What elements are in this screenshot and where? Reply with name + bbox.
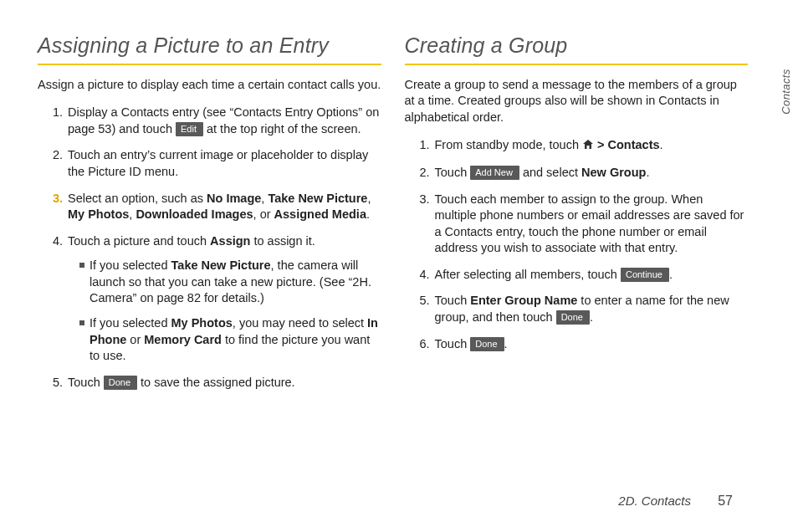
- done-button-label: Done: [470, 337, 504, 351]
- two-column-layout: Assigning a Picture to an Entry Assign a…: [38, 32, 748, 401]
- step-text: .: [366, 207, 370, 221]
- step-text: Touch: [68, 376, 104, 389]
- step-number: 4.: [53, 233, 63, 250]
- step-text: .: [646, 166, 649, 179]
- step-text: After selecting all members, touch: [435, 268, 621, 281]
- step-text: Touch a picture and touch: [68, 234, 210, 248]
- page-number: 57: [718, 494, 733, 508]
- step-text: to assign it.: [250, 234, 315, 248]
- sep: , or: [253, 207, 274, 221]
- step-item: 5. Touch Done to save the assigned pictu…: [53, 375, 381, 391]
- option-my-photos: My Photos: [68, 207, 129, 221]
- done-button-label: Done: [556, 310, 590, 325]
- step-number: 2.: [53, 147, 63, 164]
- intro-paragraph: Create a group to send a message to the …: [405, 77, 749, 126]
- sub-item: If you selected Take New Picture, the ca…: [79, 258, 381, 307]
- sub-text: If you selected: [90, 316, 171, 330]
- step-number: 4.: [420, 267, 430, 284]
- assign-label: Assign: [210, 234, 250, 248]
- section-side-tab: Contacts: [773, 45, 798, 137]
- sub-list: If you selected Take New Picture, the ca…: [68, 258, 381, 364]
- step-item: 3. Select an option, such as No Image, T…: [53, 191, 381, 223]
- step-text: .: [504, 337, 508, 350]
- steps-list: 1. Display a Contacts entry (see “Contac…: [38, 105, 381, 391]
- step-text: and select: [519, 166, 581, 179]
- step-number: 5.: [53, 375, 63, 391]
- step-text: at the top right of the screen.: [203, 122, 361, 136]
- new-group-label: New Group: [581, 166, 646, 179]
- step-item: 1. Display a Contacts entry (see “Contac…: [53, 105, 381, 137]
- step-number: 1.: [53, 105, 63, 121]
- intro-paragraph: Assign a picture to display each time a …: [38, 77, 381, 94]
- step-number: 6.: [420, 336, 430, 353]
- step-text: Touch: [435, 294, 471, 307]
- option-take-new-picture: Take New Picture: [268, 192, 367, 205]
- step-text: Select an option, such as: [68, 192, 207, 205]
- side-tab-label: Contacts: [780, 69, 792, 115]
- sub-text: or: [126, 333, 144, 346]
- sep: ,: [367, 192, 371, 205]
- section-heading-creating-group: Creating a Group: [405, 32, 749, 65]
- manual-page: Contacts Assigning a Picture to an Entry…: [0, 0, 798, 532]
- page-footer: 2D. Contacts 57: [618, 494, 733, 509]
- enter-group-name-label: Enter Group Name: [470, 294, 577, 307]
- sub-text: If you selected: [90, 258, 171, 272]
- step-text: Touch each member to assign to the group…: [435, 192, 744, 255]
- step-text: From standby mode, touch: [435, 138, 583, 151]
- sub-text: , you may need to select: [233, 316, 367, 330]
- step-number: 3.: [420, 192, 430, 208]
- footer-section: 2D. Contacts: [618, 494, 691, 508]
- option-my-photos: My Photos: [171, 316, 233, 330]
- step-number-highlight: 3.: [53, 191, 63, 207]
- step-number: 2.: [420, 165, 430, 182]
- step-item: 1. From standby mode, touch > Contacts.: [420, 137, 749, 155]
- step-item: 3. Touch each member to assign to the gr…: [420, 192, 749, 257]
- option-downloaded-images: Downloaded Images: [136, 207, 253, 221]
- contacts-label: Contacts: [608, 138, 660, 151]
- option-no-image: No Image: [207, 192, 261, 205]
- section-heading-assign-picture: Assigning a Picture to an Entry: [38, 32, 381, 65]
- step-text: Touch: [435, 337, 471, 350]
- gt-sep: >: [594, 138, 608, 151]
- edit-button-label: Edit: [176, 122, 203, 136]
- step-item: 4. Touch a picture and touch Assign to a…: [53, 233, 381, 365]
- step-text: Touch: [435, 166, 471, 179]
- option-take-new-picture: Take New Picture: [171, 258, 271, 272]
- step-item: 4. After selecting all members, touch Co…: [420, 267, 749, 284]
- done-button-label: Done: [104, 376, 137, 390]
- home-icon: [582, 138, 594, 155]
- step-text: .: [590, 310, 593, 324]
- right-column: Creating a Group Create a group to send …: [405, 32, 749, 401]
- step-text: to save the assigned picture.: [137, 376, 295, 389]
- step-item: 5. Touch Enter Group Name to enter a nam…: [420, 293, 749, 325]
- step-text: Touch an entry’s current image or placeh…: [68, 148, 368, 178]
- step-item: 2. Touch Add New and select New Group.: [420, 165, 749, 182]
- left-column: Assigning a Picture to an Entry Assign a…: [38, 32, 381, 401]
- sub-item: If you selected My Photos, you may need …: [79, 315, 381, 365]
- step-text: .: [660, 138, 663, 151]
- step-item: 2. Touch an entry’s current image or pla…: [53, 147, 381, 180]
- option-assigned-media: Assigned Media: [274, 207, 366, 221]
- step-text: .: [669, 268, 673, 281]
- add-new-button-label: Add New: [470, 166, 519, 180]
- step-item: 6. Touch Done.: [420, 336, 749, 353]
- steps-list: 1. From standby mode, touch > Contacts. …: [405, 137, 749, 352]
- continue-button-label: Continue: [621, 268, 669, 282]
- step-number: 5.: [420, 293, 430, 309]
- option-memory-card: Memory Card: [144, 333, 222, 346]
- step-number: 1.: [420, 137, 430, 154]
